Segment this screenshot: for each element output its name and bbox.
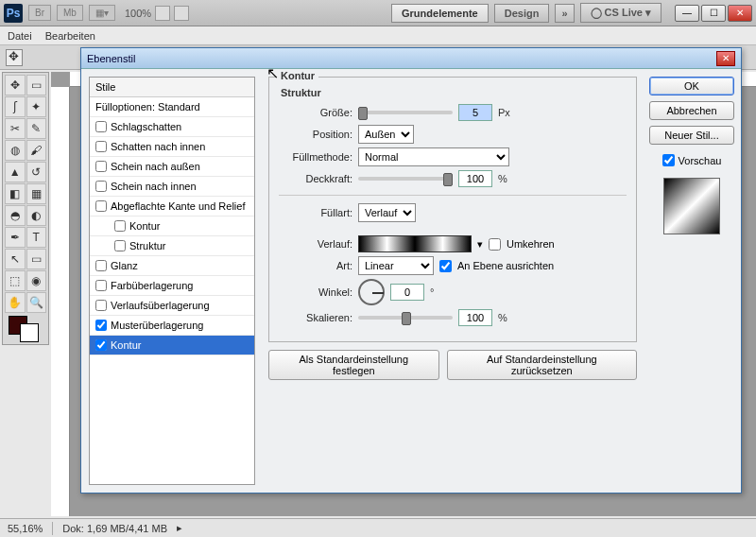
hand-tool[interactable]: ✋ (5, 292, 26, 313)
menu-bearbeiten[interactable]: Bearbeiten (45, 30, 95, 42)
cslive-label: CS Live ▾ (605, 7, 651, 18)
camera-tool[interactable]: ◉ (26, 270, 47, 291)
style-bevel-kontur[interactable]: Kontur (90, 217, 254, 236)
type-tool[interactable]: T (26, 227, 47, 248)
ok-button[interactable]: OK (649, 77, 734, 95)
gradient-tool[interactable]: ▦ (26, 183, 47, 204)
screen-mode-button[interactable]: ▦▾ (89, 5, 115, 21)
dialog-close-button[interactable]: ✕ (716, 51, 735, 66)
lbl: Schein nach innen (111, 181, 197, 192)
arrange-dropdown[interactable] (155, 6, 170, 21)
fuellmethode-label: Füllmethode: (279, 151, 352, 163)
dialog-titlebar[interactable]: Ebenenstil ✕ (81, 48, 741, 69)
chk-verlaufsueberlagerung[interactable] (95, 300, 107, 311)
workspace-grundelemente[interactable]: Grundelemente (391, 4, 489, 23)
chk-bevel-struktur[interactable] (114, 240, 126, 251)
groesse-slider[interactable] (358, 111, 453, 114)
dodge-tool[interactable]: ◐ (26, 205, 47, 226)
status-bar: 55,16% Dok: 1,69 MB/4,41 MB ▸ (0, 518, 756, 537)
brush-tool[interactable]: 🖌 (26, 140, 47, 161)
workspace-more[interactable]: » (555, 4, 574, 23)
chk-schein-aussen[interactable] (95, 161, 107, 172)
style-farbueberlagerung[interactable]: Farbüberlagerung (90, 276, 254, 296)
style-schein-aussen[interactable]: Schein nach außen (90, 157, 254, 177)
style-kontur[interactable]: Kontur (90, 336, 254, 355)
ausrichten-checkbox[interactable] (439, 260, 452, 272)
angle-dial[interactable] (358, 279, 385, 305)
chk-bevel-kontur[interactable] (114, 220, 126, 232)
chk-musterueberlagerung[interactable] (95, 320, 107, 331)
path-tool[interactable]: ↖ (5, 249, 26, 269)
cancel-button[interactable]: Abbrechen (649, 101, 734, 120)
stamp-tool[interactable]: ▲ (5, 162, 26, 182)
status-doc[interactable]: Dok: 1,69 MB/4,41 MB (62, 523, 167, 534)
view-dropdown[interactable] (174, 6, 189, 21)
fill-options-row[interactable]: Fülloptionen: Standard (90, 97, 254, 117)
window-maximize[interactable]: ☐ (701, 5, 726, 22)
style-musterueberlagerung[interactable]: Musterüberlagerung (90, 316, 254, 336)
winkel-input[interactable] (390, 284, 424, 301)
status-zoom[interactable]: 55,16% (8, 523, 43, 534)
zoom-level[interactable]: 100% (125, 8, 151, 19)
style-schein-innen[interactable]: Schein nach innen (90, 177, 254, 197)
chk-farbueberlagerung[interactable] (95, 280, 107, 291)
winkel-label: Winkel: (279, 286, 352, 298)
menu-datei[interactable]: Datei (8, 30, 32, 42)
minibridge-button[interactable]: Mb (57, 5, 83, 21)
cslive-button[interactable]: ◯ CS Live ▾ (580, 3, 662, 23)
move-tool-icon[interactable] (6, 49, 23, 66)
dialog-right-column: OK Abbrechen Neuer Stil... Vorschau (643, 69, 741, 493)
wand-tool[interactable]: ✦ (26, 96, 47, 117)
workspace-design[interactable]: Design (494, 4, 550, 23)
style-glanz[interactable]: Glanz (90, 256, 254, 276)
crop-tool[interactable]: ✂ (5, 118, 26, 139)
window-close[interactable]: ✕ (728, 5, 752, 22)
move-tool[interactable]: ✥ (5, 75, 26, 95)
chk-bevel[interactable] (95, 200, 107, 212)
chk-schein-innen[interactable] (95, 181, 107, 192)
style-verlaufsueberlagerung[interactable]: Verlaufsüberlagerung (90, 296, 254, 316)
chk-kontur[interactable] (95, 339, 107, 351)
style-schlagschatten[interactable]: Schlagschatten (90, 117, 254, 137)
groesse-input[interactable] (458, 104, 492, 121)
fuellart-label: Füllart: (279, 207, 352, 218)
eyedropper-tool[interactable]: ✎ (26, 118, 47, 139)
style-bevel[interactable]: Abgeflachte Kante und Relief (90, 197, 254, 217)
style-bevel-struktur[interactable]: Struktur (90, 236, 254, 256)
blur-tool[interactable]: ◓ (5, 205, 26, 226)
art-select[interactable]: Linear (358, 256, 434, 275)
history-brush-tool[interactable]: ↺ (26, 162, 47, 182)
deckkraft-input[interactable] (458, 170, 492, 187)
gradient-preview[interactable] (358, 235, 472, 252)
gradient-dropdown-icon[interactable]: ▾ (477, 238, 483, 251)
chk-schlagschatten[interactable] (95, 121, 107, 132)
preview-checkbox[interactable] (662, 154, 675, 166)
bridge-button[interactable]: Br (28, 5, 51, 21)
style-schatten-innen[interactable]: Schatten nach innen (90, 137, 254, 157)
new-style-button[interactable]: Neuer Stil... (649, 126, 734, 145)
chk-schatten-innen[interactable] (95, 141, 107, 152)
pen-tool[interactable]: ✒ (5, 227, 26, 248)
marquee-tool[interactable]: ▭ (26, 75, 47, 95)
reset-default-button[interactable]: Auf Standardeinstellung zurücksetzen (447, 350, 637, 380)
chk-glanz[interactable] (95, 260, 107, 271)
shape-tool[interactable]: ▭ (26, 249, 47, 269)
lbl: Farbüberlagerung (111, 280, 193, 291)
umkehren-checkbox[interactable] (489, 238, 501, 251)
deckkraft-slider[interactable] (358, 177, 453, 181)
3d-tool[interactable]: ⬚ (5, 270, 26, 291)
eraser-tool[interactable]: ◧ (5, 183, 26, 204)
set-default-button[interactable]: Als Standardeinstellung festlegen (268, 350, 439, 380)
zoom-tool[interactable]: 🔍 (26, 292, 47, 313)
fuellart-select[interactable]: Verlauf (358, 203, 416, 222)
skalieren-slider[interactable] (358, 316, 453, 320)
fuellmethode-select[interactable]: Normal (358, 147, 509, 166)
lasso-tool[interactable]: ʃ (5, 96, 26, 117)
window-minimize[interactable]: — (675, 5, 699, 22)
position-select[interactable]: Außen (358, 125, 414, 144)
skalieren-input[interactable] (458, 309, 492, 326)
color-swatch[interactable] (5, 314, 46, 342)
styles-header[interactable]: Stile (90, 78, 254, 97)
heal-tool[interactable]: ◍ (5, 140, 26, 161)
status-dropdown-icon[interactable]: ▸ (177, 522, 182, 534)
